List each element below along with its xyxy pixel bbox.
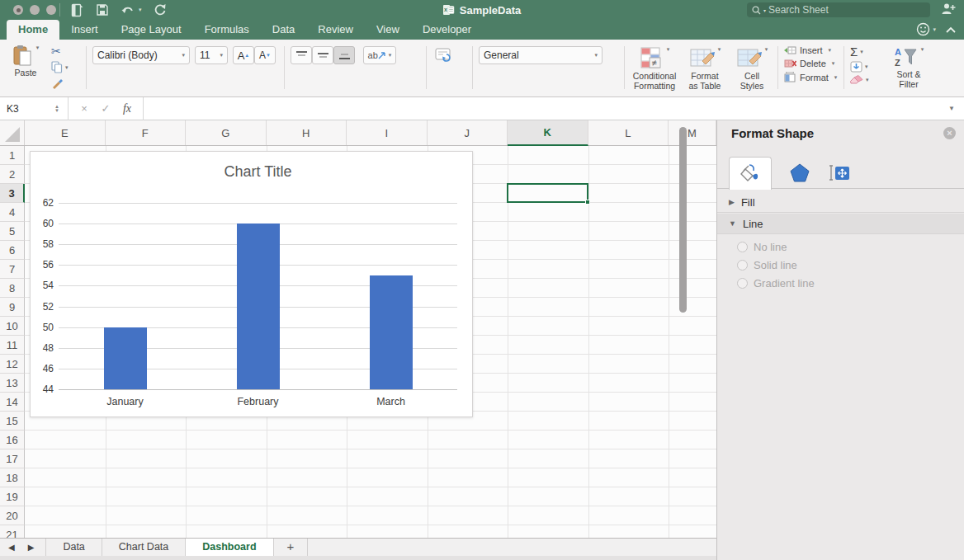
ribbon-tab-page-layout[interactable]: Page Layout [110,20,193,40]
chart-bar-march[interactable] [370,275,413,389]
search-input[interactable]: ▾ Search Sheet [747,2,930,17]
decrease-font-size-button[interactable]: A▼ [254,46,276,64]
row-header-15[interactable]: 15 [0,412,25,431]
row-header-18[interactable]: 18 [0,468,25,487]
autosum-dropdown[interactable]: ▾ [860,49,863,55]
tab-effects[interactable] [783,157,816,189]
row-header-4[interactable]: 4 [0,203,25,222]
text-orientation-button[interactable]: ab ▾ [363,46,396,64]
column-header-G[interactable]: G [186,120,267,145]
select-all-corner[interactable] [0,120,25,145]
chart-bar-january[interactable] [104,327,147,389]
tab-size-and-properties[interactable] [823,157,856,189]
clear-button[interactable]: ▾ [850,75,869,85]
increase-font-size-button[interactable]: A▲ [233,46,254,64]
close-window-button[interactable] [13,5,23,15]
sheet-tab-dashboard[interactable]: Dashboard [186,539,273,556]
column-header-E[interactable]: E [25,120,106,145]
row-header-9[interactable]: 9 [0,298,25,317]
row-header-12[interactable]: 12 [0,355,25,374]
share-icon[interactable] [941,2,956,15]
column-header-H[interactable]: H [267,120,347,145]
fill-button[interactable]: ▾ [850,61,869,73]
row-header-2[interactable]: 2 [0,165,25,184]
feedback-smiley-icon[interactable]: ▾ [916,22,936,36]
ribbon-tab-data[interactable]: Data [261,20,306,40]
row-header-20[interactable]: 20 [0,506,25,525]
format-as-table-dropdown[interactable]: ▾ [718,46,721,53]
previous-sheet-icon[interactable]: ◀ [8,543,15,552]
insert-function-icon[interactable]: fx [116,102,138,115]
new-workbook-button[interactable] [71,3,84,17]
row-header-1[interactable]: 1 [0,146,25,165]
paste-dropdown[interactable]: ▾ [36,45,40,51]
fill-handle[interactable] [585,200,590,205]
format-cells-button[interactable]: Format▾ [784,72,837,82]
fill-section-header[interactable]: ▶ Fill [717,192,964,213]
ribbon-tab-insert[interactable]: Insert [59,20,110,40]
font-name-select[interactable]: Calibri (Body)▾ [92,46,190,64]
row-header-16[interactable]: 16 [0,431,25,449]
row-header-7[interactable]: 7 [0,260,25,279]
ribbon-tab-developer[interactable]: Developer [411,20,483,40]
sheet-tab-data[interactable]: Data [45,539,102,556]
row-header-11[interactable]: 11 [0,336,25,355]
enter-icon[interactable]: ✓ [95,102,116,115]
formula-input[interactable] [149,97,939,120]
minimize-window-button[interactable] [30,5,40,15]
delete-dropdown[interactable]: ▾ [832,60,835,67]
align-top-button[interactable] [291,46,312,64]
chart-bar-february[interactable] [237,224,280,389]
chart-title[interactable]: Chart Title [59,163,457,181]
clear-dropdown[interactable]: ▾ [866,77,869,83]
number-format-select[interactable]: General▾ [479,46,602,64]
row-header-8[interactable]: 8 [0,279,25,298]
row-header-21[interactable]: 21 [0,525,25,538]
ribbon-tab-formulas[interactable]: Formulas [193,20,261,40]
sheet-tab-chart-data[interactable]: Chart Data [102,539,186,556]
insert-cells-button[interactable]: Insert▾ [784,45,837,55]
line-option-no-line[interactable]: No line [737,241,815,253]
name-box-stepper[interactable]: ▲▼ [51,105,63,113]
copy-icon[interactable]: ▾ [51,61,69,73]
delete-cells-button[interactable]: Delete▾ [784,59,837,68]
cell-styles-dropdown[interactable]: ▾ [765,46,768,53]
selected-cell-K3[interactable] [507,183,588,203]
row-header-13[interactable]: 13 [0,374,25,393]
expand-formula-bar-icon[interactable]: ▼ [939,105,964,112]
column-header-J[interactable]: J [428,120,508,145]
cancel-icon[interactable]: × [73,102,95,115]
format-dropdown[interactable]: ▾ [834,74,838,81]
row-header-6[interactable]: 6 [0,241,25,260]
format-painter-icon[interactable] [51,77,64,89]
vertical-scrollbar[interactable] [679,127,687,313]
paste-button[interactable]: ▾ Paste [7,45,45,78]
fill-dropdown[interactable]: ▾ [865,64,868,70]
insert-dropdown[interactable]: ▾ [829,47,832,54]
cut-icon[interactable]: ✂ [51,45,61,58]
undo-button[interactable]: ▾ [120,3,142,16]
search-scope-dropdown[interactable]: ▾ [763,7,766,13]
font-size-select[interactable]: 11▾ [195,46,228,64]
column-header-M[interactable]: M [669,120,716,145]
column-header-I[interactable]: I [347,120,428,145]
row-header-5[interactable]: 5 [0,222,25,241]
row-header-10[interactable]: 10 [0,317,25,336]
orientation-dropdown[interactable]: ▾ [389,52,392,59]
line-option-solid-line[interactable]: Solid line [737,259,815,271]
ribbon-tab-home[interactable]: Home [7,20,59,40]
autosum-button[interactable]: Σ ▾ [850,45,869,59]
name-box[interactable]: K3 [0,97,51,120]
embedded-chart[interactable]: Chart Title 44464850525456586062JanuaryF… [30,151,473,417]
sort-filter-button[interactable]: AZ ▾ Sort & Filter [885,46,933,89]
ribbon-tab-view[interactable]: View [365,20,411,40]
line-section-header[interactable]: ▼ Line [717,214,964,234]
conditional-formatting-dropdown[interactable]: ▾ [667,46,670,53]
save-button[interactable] [96,3,109,16]
conditional-formatting-button[interactable]: ≠ ▾ Conditional Formatting [631,46,678,91]
next-sheet-icon[interactable]: ▶ [28,543,35,552]
format-as-table-button[interactable]: ▾ Format as Table [682,46,728,91]
row-header-17[interactable]: 17 [0,449,25,468]
row-header-3[interactable]: 3 [0,184,25,203]
row-header-19[interactable]: 19 [0,487,25,506]
